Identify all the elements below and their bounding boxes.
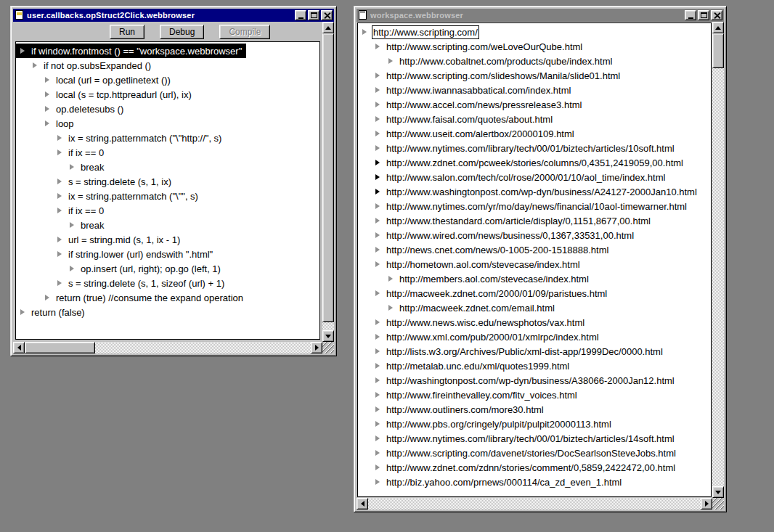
- url-row[interactable]: http://biz.yahoo.com/prnews/000114/ca_zd…: [358, 475, 711, 489]
- expand-wedge-icon[interactable]: [375, 377, 380, 383]
- expand-wedge-icon[interactable]: [375, 203, 380, 209]
- expand-wedge-icon[interactable]: [375, 218, 380, 224]
- resize-grip[interactable]: [322, 342, 334, 353]
- horizontal-scrollbar[interactable]: [357, 498, 712, 510]
- expand-wedge-icon[interactable]: [70, 164, 74, 170]
- expand-wedge-icon[interactable]: [375, 348, 380, 354]
- expand-wedge-icon[interactable]: [375, 261, 380, 267]
- script-line[interactable]: loop: [16, 116, 319, 131]
- expand-wedge-icon[interactable]: [388, 58, 393, 64]
- expand-wedge-icon[interactable]: [388, 276, 393, 282]
- expand-wedge-icon[interactable]: [33, 62, 37, 68]
- url-row[interactable]: http://macweek.zdnet.com/email.html: [358, 300, 711, 315]
- url-row[interactable]: http://www.zdnet.com/pcweek/stories/colu…: [358, 155, 711, 170]
- url-row[interactable]: http://www.useit.com/alertbox/20000109.h…: [358, 126, 711, 141]
- url-row[interactable]: http://www.nytimes.com/library/tech/00/0…: [358, 431, 711, 446]
- url-row[interactable]: http://news.cnet.com/news/0-1005-200-151…: [358, 242, 711, 257]
- url-row[interactable]: http://www.scripting.com/weLoveOurQube.h…: [358, 39, 711, 54]
- url-row[interactable]: http://www.fireinthevalley.com/fitv_voic…: [358, 388, 711, 402]
- expand-wedge-icon[interactable]: [45, 106, 49, 112]
- expand-wedge-icon[interactable]: [375, 334, 380, 340]
- url-row[interactable]: http://www.iwannasabbatical.com/index.ht…: [358, 83, 711, 97]
- titlebar-url-outliner[interactable]: workspace.webbrowser: [357, 9, 724, 22]
- scrollbar-track[interactable]: [25, 342, 311, 353]
- expand-wedge-icon[interactable]: [375, 232, 380, 238]
- url-row[interactable]: http://www.nytimes.com/library/tech/00/0…: [358, 141, 711, 155]
- scrollbar-thumb[interactable]: [712, 33, 724, 68]
- scroll-right-button[interactable]: [701, 498, 712, 510]
- scroll-down-button[interactable]: [712, 486, 724, 498]
- url-row[interactable]: http://www.news.wisc.edu/newsphotos/vax.…: [358, 315, 711, 330]
- expand-wedge-icon[interactable]: [45, 91, 49, 97]
- url-row[interactable]: http://www.zdnet.com/zdnn/stories/commen…: [358, 460, 711, 475]
- scroll-left-button[interactable]: [13, 342, 25, 353]
- url-row[interactable]: http://www.washingtonpost.com/wp-dyn/bus…: [358, 184, 711, 199]
- url-row[interactable]: http://members.aol.com/stevecase/index.h…: [358, 271, 711, 286]
- expand-wedge-icon[interactable]: [375, 421, 380, 427]
- url-row[interactable]: http://www.outliners.com/more30.html: [358, 402, 711, 417]
- expand-wedge-icon[interactable]: [375, 44, 380, 49]
- scroll-up-button[interactable]: [712, 22, 724, 33]
- expand-wedge-icon[interactable]: [375, 174, 380, 180]
- url-row[interactable]: http://macweek.zdnet.com/2000/01/09/pari…: [358, 286, 711, 300]
- expand-wedge-icon[interactable]: [375, 363, 380, 369]
- script-line[interactable]: local (url = op.getlinetext ()): [16, 73, 319, 87]
- url-row[interactable]: http://hometown.aol.com/stevecase/index.…: [358, 257, 711, 271]
- compile-button[interactable]: Compile: [219, 25, 270, 39]
- vertical-scrollbar[interactable]: [712, 22, 724, 498]
- scrollbar-track[interactable]: [712, 33, 724, 486]
- url-row[interactable]: http://www.salon.com/tech/col/rose/2000/…: [358, 170, 711, 184]
- expand-wedge-icon[interactable]: [375, 73, 380, 78]
- expand-wedge-icon[interactable]: [70, 266, 74, 271]
- url-row[interactable]: http://www.scripting.com/: [358, 25, 711, 39]
- expand-wedge-icon[interactable]: [45, 77, 49, 83]
- expand-wedge-icon[interactable]: [20, 309, 25, 315]
- script-line[interactable]: return (true) //consume the expand opera…: [16, 290, 319, 305]
- expand-wedge-icon[interactable]: [20, 48, 25, 54]
- script-line[interactable]: return (false): [16, 305, 319, 319]
- expand-wedge-icon[interactable]: [375, 479, 380, 485]
- url-row[interactable]: http://www.thestandard.com/article/displ…: [358, 213, 711, 228]
- scroll-down-button[interactable]: [322, 330, 334, 342]
- expand-wedge-icon[interactable]: [375, 290, 380, 296]
- expand-wedge-icon[interactable]: [57, 150, 62, 155]
- expand-wedge-icon[interactable]: [375, 450, 380, 456]
- expand-wedge-icon[interactable]: [388, 305, 393, 311]
- expand-wedge-icon[interactable]: [375, 160, 380, 165]
- run-button[interactable]: Run: [110, 25, 144, 39]
- scrollbar-track[interactable]: [368, 498, 701, 510]
- expand-wedge-icon[interactable]: [45, 120, 49, 126]
- maximize-button[interactable]: [308, 10, 319, 20]
- expand-wedge-icon[interactable]: [375, 319, 380, 325]
- scrollbar-track[interactable]: [322, 33, 334, 330]
- expand-wedge-icon[interactable]: [57, 280, 62, 286]
- expand-wedge-icon[interactable]: [57, 179, 62, 184]
- script-line[interactable]: if not op.subsExpanded (): [16, 58, 319, 73]
- expand-wedge-icon[interactable]: [375, 189, 380, 195]
- expand-wedge-icon[interactable]: [375, 87, 380, 93]
- expand-wedge-icon[interactable]: [362, 29, 367, 35]
- expand-wedge-icon[interactable]: [375, 247, 380, 253]
- expand-wedge-icon[interactable]: [375, 145, 380, 151]
- expand-wedge-icon[interactable]: [57, 135, 62, 141]
- expand-wedge-icon[interactable]: [70, 222, 74, 228]
- titlebar-script-editor[interactable]: user.callbacks.opStruct2Click.webbrowser: [13, 9, 334, 22]
- url-row[interactable]: http://www.cobaltnet.com/products/qube/i…: [358, 54, 711, 68]
- script-line[interactable]: if ix == 0: [16, 203, 319, 218]
- script-line[interactable]: s = string.delete (s, 1, sizeof (url) + …: [16, 276, 319, 290]
- script-line[interactable]: break: [16, 160, 319, 174]
- script-line[interactable]: break: [16, 218, 319, 232]
- scrollbar-thumb[interactable]: [25, 342, 95, 353]
- url-row[interactable]: http://washingtonpost.com/wp-dyn/busines…: [358, 373, 711, 388]
- script-line[interactable]: local (s = tcp.httpreadurl (url), ix): [16, 87, 319, 102]
- url-row[interactable]: http://www.faisal.com/quotes/about.html: [358, 112, 711, 126]
- minimize-button[interactable]: [685, 10, 696, 20]
- url-row[interactable]: http://www.nytimes.com/yr/mo/day/news/fi…: [358, 199, 711, 213]
- script-line[interactable]: if window.frontmost () == "workspace.web…: [16, 44, 246, 58]
- expand-wedge-icon[interactable]: [57, 193, 62, 199]
- scroll-left-button[interactable]: [357, 498, 368, 510]
- expand-wedge-icon[interactable]: [375, 465, 380, 470]
- url-row[interactable]: http://metalab.unc.edu/xml/quotes1999.ht…: [358, 359, 711, 373]
- resize-grip[interactable]: [712, 498, 724, 510]
- url-row[interactable]: http://www.xml.com/pub/2000/01/xmlrpc/in…: [358, 330, 711, 344]
